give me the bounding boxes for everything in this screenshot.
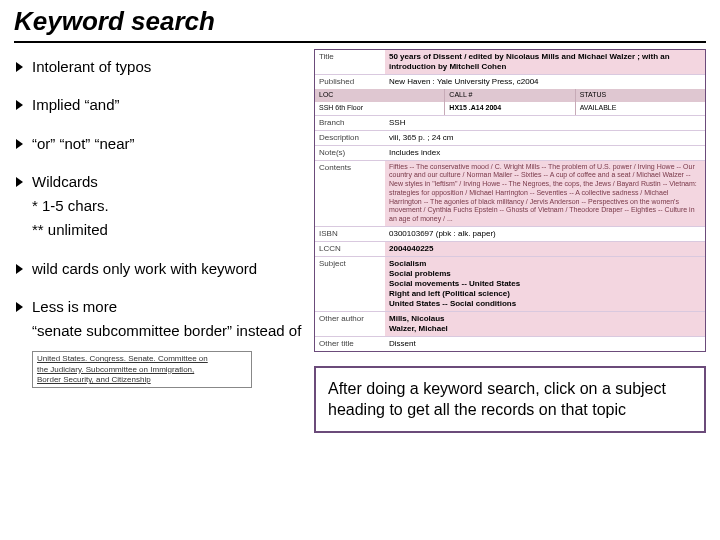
- list-item: Less is more “senate subcommittee border…: [14, 297, 304, 389]
- col-value: AVAILABLE: [576, 102, 705, 115]
- field-label: Branch: [315, 116, 385, 130]
- list-item: “or” “not” “near”: [14, 134, 304, 154]
- list-item: Intolerant of typos: [14, 57, 304, 77]
- holdings-row: SSH 6th Floor HX15 .A14 2004 AVAILABLE: [315, 102, 705, 115]
- col-header: LOC: [315, 89, 445, 102]
- col-value: HX15 .A14 2004: [445, 102, 575, 115]
- author-list: Mills, Nicolaus Walzer, Michael: [385, 312, 705, 336]
- author-link[interactable]: Walzer, Michael: [389, 324, 701, 334]
- field-value: SSH: [385, 116, 705, 130]
- col-header: CALL #: [445, 89, 575, 102]
- field-label: Published: [315, 75, 385, 89]
- field-value: Includes index: [385, 146, 705, 160]
- field-label: Subject: [315, 257, 385, 311]
- col-value: SSH 6th Floor: [315, 102, 445, 115]
- divider: [14, 41, 706, 43]
- list-subitem: * 1-5 chars.: [32, 196, 304, 216]
- field-value: viii, 365 p. ; 24 cm: [385, 131, 705, 145]
- bullet-list: Intolerant of typos Implied “and” “or” “…: [14, 49, 304, 433]
- field-label: ISBN: [315, 227, 385, 241]
- field-label: LCCN: [315, 242, 385, 256]
- committee-snippet: United States. Congress. Senate. Committ…: [32, 351, 252, 388]
- list-item: Wildcards * 1-5 chars. ** unlimited: [14, 172, 304, 241]
- list-item: wild cards only work with keyword: [14, 259, 304, 279]
- list-subitem: “senate subcommittee border” instead of: [32, 321, 304, 341]
- field-label: Other title: [315, 337, 385, 351]
- field-label: Description: [315, 131, 385, 145]
- list-item: Implied “and”: [14, 95, 304, 115]
- list-subitem: ** unlimited: [32, 220, 304, 240]
- page-title: Keyword search: [14, 6, 706, 37]
- callout-box: After doing a keyword search, click on a…: [314, 366, 706, 433]
- field-value: 50 years of Dissent / edited by Nicolaus…: [385, 50, 705, 74]
- committee-line: Border Security, and Citizenship: [37, 375, 247, 385]
- committee-line: the Judiciary. Subcommittee on Immigrati…: [37, 365, 247, 375]
- subject-list: Socialism Social problems Social movemen…: [385, 257, 705, 311]
- list-item-label: Less is more: [32, 298, 117, 315]
- subject-link[interactable]: Right and left (Political science): [389, 289, 701, 299]
- field-value: Fifties -- The conservative mood / C. Wr…: [385, 161, 705, 226]
- field-value: Dissent: [385, 337, 705, 351]
- subject-link[interactable]: United States -- Social conditions: [389, 299, 701, 309]
- subject-link[interactable]: Social problems: [389, 269, 701, 279]
- field-label: Other author: [315, 312, 385, 336]
- subject-link[interactable]: Social movements -- United States: [389, 279, 701, 289]
- col-header: STATUS: [576, 89, 705, 102]
- field-label: Title: [315, 50, 385, 74]
- field-value: 0300103697 (pbk : alk. paper): [385, 227, 705, 241]
- field-value: 2004040225: [385, 242, 705, 256]
- list-item-label: Wildcards: [32, 173, 98, 190]
- field-label: Note(s): [315, 146, 385, 160]
- field-label: Contents: [315, 161, 385, 226]
- field-value: New Haven : Yale University Press, c2004: [385, 75, 705, 89]
- committee-line: United States. Congress. Senate. Committ…: [37, 354, 247, 364]
- subject-link[interactable]: Socialism: [389, 259, 701, 269]
- catalog-record: Title50 years of Dissent / edited by Nic…: [314, 49, 706, 352]
- author-link[interactable]: Mills, Nicolaus: [389, 314, 701, 324]
- holdings-header: LOC CALL # STATUS: [315, 89, 705, 102]
